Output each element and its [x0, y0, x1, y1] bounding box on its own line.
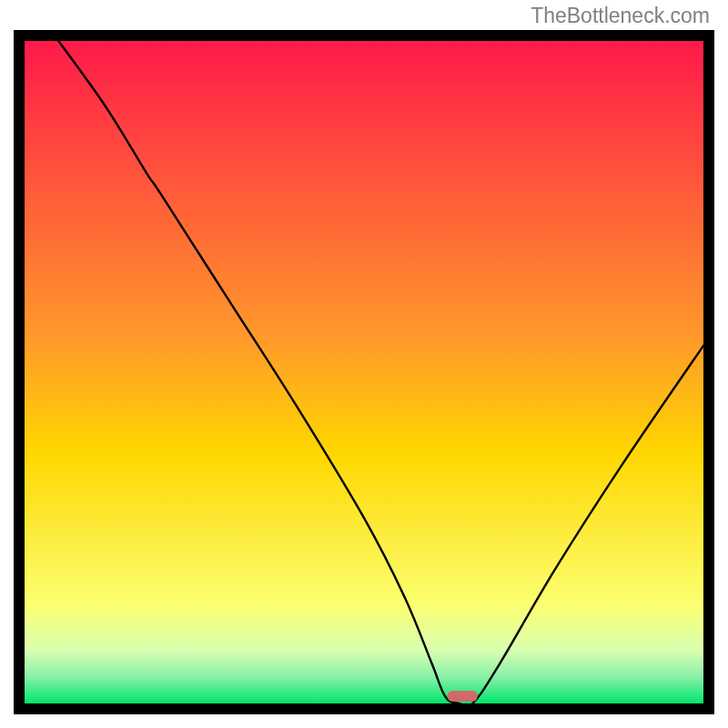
chart-svg — [14, 30, 714, 714]
bottleneck-chart — [14, 30, 714, 714]
watermark-text: TheBottleneck.com — [531, 4, 710, 28]
chart-frame: TheBottleneck.com — [0, 0, 728, 728]
optimal-marker — [447, 691, 478, 702]
